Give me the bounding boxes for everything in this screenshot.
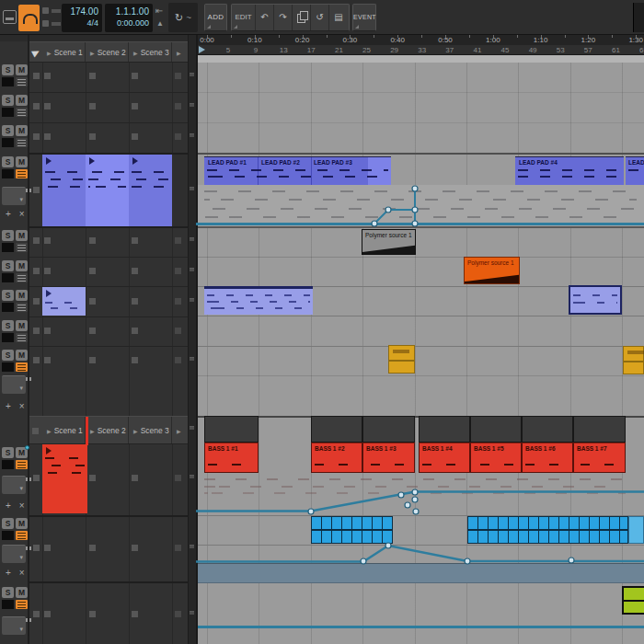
metronome-icon[interactable]: ▲ bbox=[156, 19, 164, 29]
clip-slot[interactable] bbox=[132, 268, 138, 274]
track-menu-button-active[interactable] bbox=[16, 531, 28, 540]
scene-play-icon[interactable]: ▶ bbox=[90, 429, 95, 434]
mute-button[interactable]: M bbox=[16, 64, 28, 75]
track-menu-button-active[interactable] bbox=[16, 169, 28, 178]
sync-icon[interactable]: ↺ bbox=[311, 5, 329, 30]
clip-stop-button[interactable] bbox=[33, 237, 40, 244]
dropdown-icon[interactable]: ▾ bbox=[19, 385, 23, 391]
bass-clip-group[interactable]: BASS 1 #1 bbox=[204, 416, 259, 473]
clip-header[interactable] bbox=[522, 416, 573, 443]
position-value[interactable]: 1.1.1.00 bbox=[109, 6, 149, 17]
clip-slot[interactable] bbox=[132, 237, 138, 244]
clip-slot[interactable] bbox=[175, 611, 181, 617]
solo-button[interactable]: S bbox=[2, 156, 14, 167]
launcher-clip-blue-selected[interactable] bbox=[86, 155, 129, 226]
clip-stop-button[interactable] bbox=[33, 611, 40, 617]
track-menu-button[interactable] bbox=[16, 243, 28, 252]
clip-slot[interactable] bbox=[132, 73, 138, 79]
solo-button[interactable]: S bbox=[2, 95, 14, 106]
automation-line-bottom[interactable] bbox=[196, 626, 644, 628]
clip-header[interactable] bbox=[204, 416, 259, 443]
lead-pad-clip-4[interactable]: LEAD PAD #4 bbox=[515, 156, 624, 185]
clip-slot[interactable] bbox=[175, 298, 181, 305]
bass-clip[interactable]: BASS 1 #6 bbox=[522, 443, 573, 473]
scene-play-icon[interactable]: ▶ bbox=[47, 429, 52, 434]
clip-slot[interactable] bbox=[132, 298, 138, 305]
track-menu-button[interactable] bbox=[16, 138, 28, 147]
bass-clip[interactable]: BASS 1 #7 bbox=[573, 443, 626, 473]
clip-slot[interactable] bbox=[175, 103, 181, 109]
mute-button[interactable]: M bbox=[16, 350, 28, 361]
bass-clip[interactable]: BASS 1 #4 bbox=[419, 443, 470, 473]
clip-stop-button[interactable] bbox=[33, 133, 40, 140]
clip-stop-button[interactable] bbox=[33, 268, 40, 274]
audio-engine-button[interactable] bbox=[18, 5, 40, 31]
scene-play-icon[interactable]: ▶ bbox=[133, 429, 138, 434]
scene-play-icon[interactable]: ▶ bbox=[47, 51, 52, 56]
bass-clip-group[interactable]: BASS 1 #5 bbox=[470, 416, 522, 473]
solo-button[interactable]: S bbox=[2, 125, 14, 136]
clip-slot[interactable] bbox=[44, 133, 51, 140]
scene-play-icon[interactable]: ▶ bbox=[90, 51, 95, 56]
group-fader-widget[interactable]: ▾ bbox=[2, 375, 26, 394]
toolbar-right-button[interactable] bbox=[633, 3, 644, 32]
scene-play-icon[interactable]: ▶ bbox=[177, 51, 181, 56]
track-menu-button-active[interactable] bbox=[16, 460, 28, 469]
group-fader-widget[interactable]: ▾ bbox=[2, 476, 26, 494]
time-ruler[interactable]: 0:000:100:200:300:400:501:001:101:201:30 bbox=[196, 35, 644, 45]
track-menu-button[interactable] bbox=[16, 303, 28, 312]
solo-button[interactable]: S bbox=[2, 320, 14, 331]
clip-slot[interactable] bbox=[175, 475, 181, 481]
scene-button[interactable]: ▶Scene 2 bbox=[86, 417, 129, 443]
bass-clip-group[interactable]: BASS 1 #2 bbox=[311, 416, 362, 473]
clip-slot[interactable] bbox=[44, 237, 51, 244]
remove-lane-button[interactable]: × bbox=[19, 568, 25, 578]
remove-lane-button[interactable]: × bbox=[19, 401, 25, 411]
add-button[interactable]: ADD bbox=[204, 4, 227, 31]
clip-slot[interactable] bbox=[89, 133, 96, 140]
scene-button[interactable]: ▶Scene 3 bbox=[129, 42, 172, 62]
clip-header[interactable] bbox=[470, 416, 522, 443]
mute-button[interactable]: M bbox=[16, 587, 28, 598]
clip-header[interactable] bbox=[419, 416, 470, 443]
undo-icon[interactable]: ↶ bbox=[256, 5, 274, 30]
clip-slot[interactable] bbox=[132, 475, 138, 481]
bass-clip-group[interactable]: BASS 1 #7 bbox=[573, 416, 626, 473]
cyan-clip-2[interactable] bbox=[467, 516, 628, 544]
mute-button[interactable]: M bbox=[16, 125, 28, 136]
time-selection-strip[interactable] bbox=[196, 55, 644, 63]
pointer-tool-icon[interactable]: ▶ bbox=[30, 46, 41, 58]
scene-button[interactable]: ▶Scene 1 bbox=[42, 42, 86, 62]
clip-header[interactable] bbox=[362, 416, 415, 443]
clip-play-icon[interactable] bbox=[46, 290, 52, 297]
clip-stop-button[interactable] bbox=[33, 545, 40, 551]
clip-slot[interactable] bbox=[89, 611, 96, 617]
clip-slot[interactable] bbox=[132, 328, 138, 334]
clip-stop-button[interactable] bbox=[33, 328, 40, 334]
play-start-marker[interactable] bbox=[199, 46, 205, 53]
clip-slot[interactable] bbox=[44, 268, 51, 274]
solo-button[interactable]: S bbox=[2, 260, 14, 271]
mute-button[interactable]: M bbox=[16, 518, 28, 529]
track-menu-button-active[interactable] bbox=[16, 600, 28, 609]
launcher-clip-lavender[interactable] bbox=[42, 287, 86, 316]
clip-slot[interactable] bbox=[175, 328, 181, 334]
clip-slot[interactable] bbox=[89, 103, 96, 109]
clip-slot[interactable] bbox=[132, 103, 138, 109]
lavender-clip-1[interactable] bbox=[204, 286, 313, 315]
mute-button[interactable]: M bbox=[16, 320, 28, 331]
group-fader-widget[interactable]: ▾ bbox=[2, 616, 26, 635]
clip-slot[interactable] bbox=[175, 357, 181, 363]
add-lane-button[interactable]: + bbox=[6, 401, 11, 411]
clip-stop-button[interactable] bbox=[33, 187, 40, 193]
bass-clip[interactable]: BASS 1 #2 bbox=[311, 443, 362, 473]
clip-stop-button[interactable] bbox=[33, 73, 40, 79]
launcher-clip-red[interactable] bbox=[42, 444, 87, 513]
loop-icon[interactable]: ↻ bbox=[175, 12, 183, 23]
launcher-clip-blue[interactable] bbox=[129, 155, 172, 226]
clip-slot[interactable] bbox=[175, 73, 181, 79]
dropdown-icon[interactable]: ▾ bbox=[19, 626, 23, 632]
mute-button[interactable]: M bbox=[16, 230, 28, 241]
save-icon[interactable]: ▤ bbox=[329, 5, 348, 30]
track-menu-button[interactable] bbox=[16, 77, 28, 86]
